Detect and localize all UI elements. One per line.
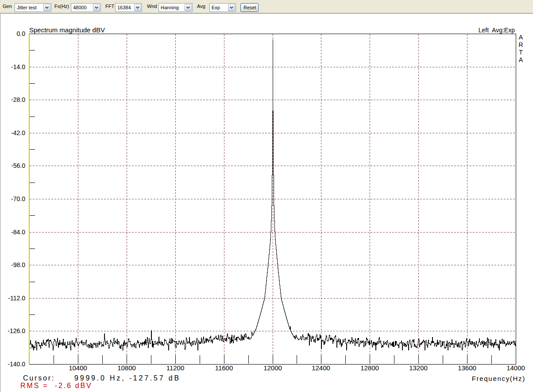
arta-letter: A [518,34,524,41]
y-tick-label: -112.0 [8,295,25,302]
y-tick-label: -70.0 [11,195,25,202]
plot-title: Spectrum magnitude dBV [29,26,105,34]
y-tick-label: -56.0 [11,162,25,169]
y-tick-label: -126.0 [8,327,25,334]
y-tick-label: -14.0 [11,63,25,70]
cursor-readout-value: 9999.0 Hz, -127.57 dB [74,374,181,382]
y-tick-label: -28.0 [11,96,25,103]
arta-watermark: ARTA [518,34,524,64]
x-tick-label: 11600 [215,364,233,372]
channel-avg-info: Left Avg:Exp [479,27,515,34]
x-tick-label: 10800 [117,364,136,372]
arta-letter: R [518,41,524,49]
x-tick-label: 11200 [166,364,185,372]
y-tick-label: -84.0 [11,229,25,236]
x-axis-title: Frequency(Hz) [472,375,525,382]
y-tick-label: 0.0 [17,30,26,37]
x-tick-label: 12800 [360,364,379,372]
rms-readout: RMS = -2.6 dBV [20,382,93,390]
x-tick-label: 14000 [506,364,525,372]
x-tick-label: 10400 [69,364,87,372]
x-tick-label: 13200 [409,364,428,372]
x-tick-label: 12000 [263,364,282,372]
arta-letter: A [518,56,524,64]
cursor-readout-label: Cursor: [23,374,55,382]
spectrum-plot[interactable]: 0.0-14.0-28.0-42.0-56.0-70.0-84.0-98.0-1… [0,0,533,392]
x-tick-label: 12400 [312,364,330,372]
y-tick-label: -98.0 [11,261,25,268]
arta-letter: T [518,49,524,56]
y-tick-label: -140.0 [8,361,25,368]
spectrum-trace [30,39,516,350]
x-tick-label: 13600 [458,364,476,372]
y-tick-label: -42.0 [11,129,25,136]
